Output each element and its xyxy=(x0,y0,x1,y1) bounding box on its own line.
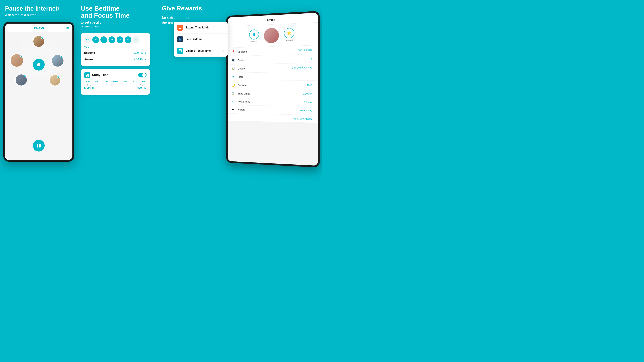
study-day-thu: Thu xyxy=(121,80,128,83)
reward-action-label: Reward xyxy=(286,39,292,42)
day-m[interactable]: M xyxy=(92,36,99,43)
avatar-left[interactable] xyxy=(10,54,24,67)
dropdown-extend-time[interactable]: Extend Time Limit › xyxy=(174,22,228,33)
reward-action-icon: ⭐ xyxy=(287,31,292,35)
tablet-title: Paused xyxy=(34,26,44,29)
bedtime-menu-value: Teen xyxy=(307,83,312,86)
pause-action[interactable]: ⏸ Pause xyxy=(249,29,259,43)
day-w[interactable]: W xyxy=(108,36,115,43)
day-th[interactable]: Th xyxy=(116,36,123,43)
time-section-label: Time xyxy=(84,46,146,48)
awake-row[interactable]: Awake 7:00 AM ▲ xyxy=(84,56,146,63)
awake-value: 7:00 AM ▲ xyxy=(134,58,146,61)
registered-mark: ® xyxy=(58,7,60,10)
filter-label: Filter xyxy=(238,75,312,78)
usage-icon: 📊 xyxy=(231,67,236,70)
center-circle xyxy=(33,59,45,70)
avatar-area xyxy=(5,32,72,99)
disable-focus-label: Disable Focus Time xyxy=(186,49,223,52)
usage-value: 1 hr 20 mins today xyxy=(292,66,312,69)
svg-rect-1 xyxy=(88,74,88,75)
bedtime-menu-chevron: › xyxy=(314,83,314,86)
tablet-device-icon: ▭ xyxy=(66,26,69,30)
avatar-right[interactable] xyxy=(52,54,64,67)
end-time: 7:00 PM xyxy=(136,86,146,89)
focus-time-icon xyxy=(84,72,90,78)
day-su[interactable]: Su xyxy=(84,36,91,43)
svg-rect-2 xyxy=(86,75,87,76)
location-label: Location xyxy=(238,49,298,53)
study-day-mon: Mon xyxy=(94,80,100,83)
bedtime-label: Bedtime xyxy=(84,51,95,54)
tablet-right-screen: ← Emma ⏸ Pause ⭐ Reward xyxy=(228,13,318,166)
devices-icon: 💻 xyxy=(231,58,236,62)
avatar-bottom-right[interactable] xyxy=(49,75,61,86)
reward-action[interactable]: ⭐ Reward xyxy=(284,28,294,42)
moon-icon xyxy=(177,36,183,42)
study-card-left: Study Time xyxy=(84,72,108,78)
history-value: None today xyxy=(300,109,312,112)
see-history-label xyxy=(231,117,292,118)
focustime-value: 3 today xyxy=(304,101,312,103)
focustime-chevron: › xyxy=(314,101,314,103)
middle-section: Use Bedtimeand Focus Time to set specifi… xyxy=(78,0,153,181)
bedtime-card: Su M T W Th F S Time Bedtime 9:00 PM ▲ A… xyxy=(81,33,150,66)
pause-icon xyxy=(37,144,40,147)
start-label: Start xyxy=(84,84,94,86)
study-day-wed: Wed xyxy=(112,80,119,83)
timelimits-chevron: › xyxy=(314,92,314,95)
middle-headline: Use Bedtimeand Focus Time xyxy=(81,5,150,19)
disable-focus-icon xyxy=(177,48,183,54)
end-label: End xyxy=(136,84,146,86)
right-section: Give Rewards for extra time onthe Intern… xyxy=(157,0,322,181)
svg-rect-0 xyxy=(86,74,87,75)
left-subtext: with a tap of a button xyxy=(5,13,76,17)
hamburger-icon[interactable] xyxy=(8,26,12,29)
menu-item-filter[interactable]: ▼ Filter › xyxy=(228,72,318,81)
usage-label: Usage xyxy=(238,66,292,70)
see-history-value: Tap to see History xyxy=(292,117,312,120)
late-bedtime-label: Late Bedtime xyxy=(186,38,223,41)
study-day-fri: Fri xyxy=(130,80,137,83)
avatar-bottom-left[interactable] xyxy=(15,74,27,86)
devices-label: Devices xyxy=(238,57,311,61)
bedtime-row[interactable]: Bedtime 9:00 PM ▲ xyxy=(84,50,146,56)
profile-name: Emma xyxy=(267,18,275,21)
usage-chevron: › xyxy=(314,66,314,69)
pause-action-btn: ⏸ xyxy=(249,29,259,40)
back-arrow[interactable]: ← xyxy=(231,20,234,23)
svg-rect-5 xyxy=(180,49,182,51)
svg-rect-6 xyxy=(179,51,180,52)
filter-icon: ▼ xyxy=(231,75,236,79)
tablet-left: Paused ▭ xyxy=(3,22,74,162)
day-f[interactable]: F xyxy=(125,36,132,43)
dropdown-late-bedtime[interactable]: Late Bedtime › xyxy=(174,33,228,45)
awake-label: Awake xyxy=(84,58,93,61)
svg-rect-7 xyxy=(180,51,182,52)
middle-subtext: to set specificoffline times xyxy=(81,20,150,28)
start-block: Start 5:00 PM xyxy=(84,84,94,89)
end-block: End 7:00 PM xyxy=(136,84,146,89)
menu-item-see-history[interactable]: Tap to see History › xyxy=(228,113,318,123)
svg-rect-4 xyxy=(179,49,180,51)
menu-item-focustime[interactable]: ⊡ Focus Time 3 today › xyxy=(228,98,318,106)
extend-time-label: Extend Time Limit xyxy=(186,26,223,29)
start-time: 5:00 PM xyxy=(84,86,94,89)
pause-button-large[interactable] xyxy=(33,140,45,152)
right-headline: Give Rewards xyxy=(162,5,202,12)
days-row: Su M T W Th F S xyxy=(84,36,146,43)
menu-item-bedtime[interactable]: 🌙 Bedtime Teen › xyxy=(228,80,318,89)
study-toggle[interactable] xyxy=(138,73,146,77)
avatar-top[interactable] xyxy=(33,35,45,47)
menu-list: 📍 Location Tap to locate › 💻 Devices 1 ›… xyxy=(228,45,318,123)
bedtime-value: 9:00 PM ▲ xyxy=(134,51,146,54)
study-day-tue: Tue xyxy=(103,80,110,83)
dropdown-disable-focus[interactable]: Disable Focus Time › xyxy=(174,45,228,56)
location-icon: 📍 xyxy=(231,50,236,54)
day-t[interactable]: T xyxy=(100,36,107,43)
day-s[interactable]: S xyxy=(133,36,140,43)
history-label: History xyxy=(238,108,300,112)
location-chevron: › xyxy=(314,48,314,51)
menu-item-timelimits[interactable]: ⏳ Time Limits 9:00 PM › xyxy=(228,89,318,98)
menu-item-usage[interactable]: 📊 Usage 1 hr 20 mins today › xyxy=(228,63,318,73)
